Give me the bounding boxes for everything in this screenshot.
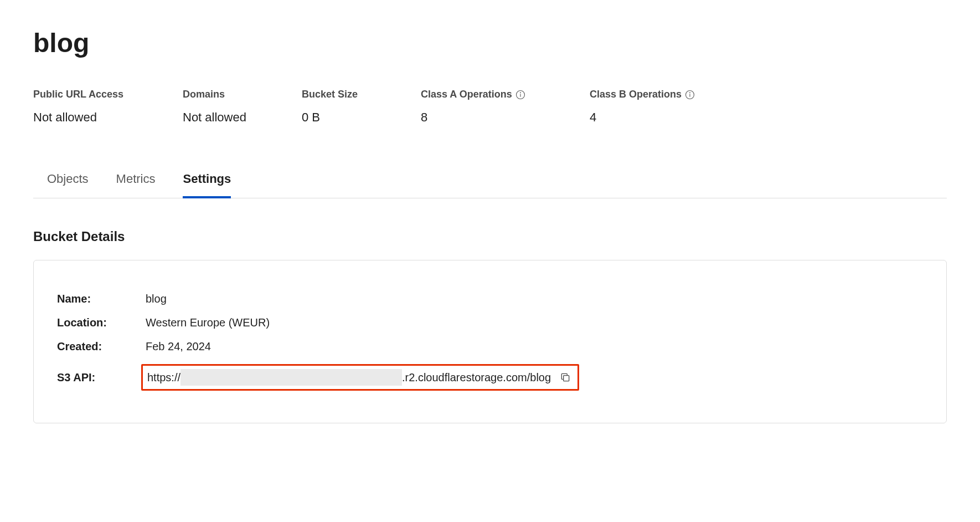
stat-label: Class A Operations [421,89,590,100]
stat-value: 0 B [302,110,421,125]
stat-bucket-size: Bucket Size 0 B [302,89,421,125]
s3-api-url-redacted [180,369,402,386]
stat-class-b-operations: Class B Operations 4 [590,89,728,125]
tab-metrics[interactable]: Metrics [116,172,156,198]
stat-value: Not allowed [33,110,183,125]
stat-value: 4 [590,110,728,125]
s3-api-highlight-box: https:// .r2.cloudflarestorage.com/blog [141,364,579,391]
svg-point-2 [520,92,520,93]
detail-value: blog [146,287,579,311]
detail-label: S3 API: [57,359,146,396]
bucket-details-card: Name: blog Location: Western Europe (WEU… [33,260,947,423]
detail-row-created: Created: Feb 24, 2024 [57,335,579,359]
detail-row-s3-api: S3 API: https:// .r2.cloudflarestorage.c… [57,359,579,396]
bucket-details-table: Name: blog Location: Western Europe (WEU… [57,287,579,396]
detail-value: Western Europe (WEUR) [146,311,579,335]
detail-label: Created: [57,335,146,359]
stats-row: Public URL Access Not allowed Domains No… [33,89,947,125]
svg-rect-6 [564,376,569,381]
detail-label: Location: [57,311,146,335]
s3-api-url-suffix: .r2.cloudflarestorage.com/blog [402,371,551,384]
tab-objects[interactable]: Objects [47,172,89,198]
detail-value: Feb 24, 2024 [146,335,579,359]
detail-value: https:// .r2.cloudflarestorage.com/blog [146,359,579,396]
svg-point-5 [690,92,690,93]
detail-row-name: Name: blog [57,287,579,311]
stat-class-a-operations: Class A Operations 8 [421,89,590,125]
tabs: Objects Metrics Settings [33,172,947,198]
stat-public-url-access: Public URL Access Not allowed [33,89,183,125]
copy-icon[interactable] [560,372,571,383]
stat-label: Class B Operations [590,89,728,100]
detail-label: Name: [57,287,146,311]
s3-api-url-prefix: https:// [147,371,180,384]
stat-label: Public URL Access [33,89,183,100]
section-title-bucket-details: Bucket Details [33,229,947,244]
detail-row-location: Location: Western Europe (WEUR) [57,311,579,335]
stat-label: Domains [183,89,302,100]
page-title: blog [33,28,947,58]
stat-value: 8 [421,110,590,125]
stat-label: Bucket Size [302,89,421,100]
info-icon[interactable] [515,90,525,100]
tab-settings[interactable]: Settings [183,172,231,198]
stat-value: Not allowed [183,110,302,125]
stat-domains: Domains Not allowed [183,89,302,125]
info-icon[interactable] [685,90,695,100]
